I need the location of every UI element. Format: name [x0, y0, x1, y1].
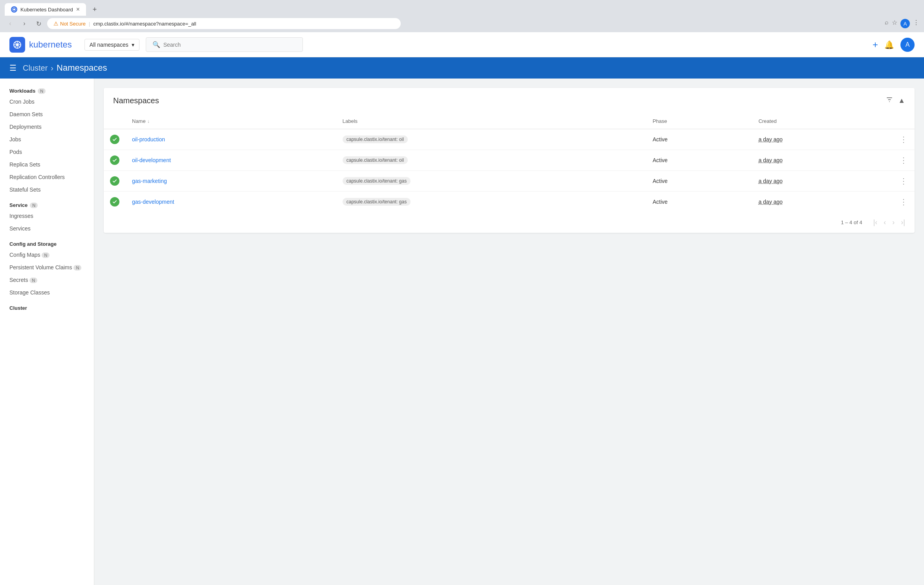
tab-favicon [11, 6, 17, 13]
namespace-dropdown-icon: ▾ [132, 42, 134, 48]
sidebar-item-daemon-sets[interactable]: Daemon Sets [0, 108, 94, 121]
address-bar: ‹ › ↻ ⚠ Not Secure | cmp.clastix.io/#/na… [0, 16, 924, 32]
service-label: Service [9, 202, 28, 208]
sidebar-item-replication-controllers[interactable]: Replication Controllers [0, 171, 94, 183]
namespace-value: All namespaces [90, 42, 128, 48]
search-input[interactable] [163, 42, 296, 48]
sidebar-item-stateful-sets[interactable]: Stateful Sets [0, 183, 94, 196]
reload-button[interactable]: ↻ [33, 18, 44, 29]
sidebar-item-secrets[interactable]: Secrets N [0, 274, 94, 286]
sidebar-item-cron-jobs[interactable]: Cron Jobs [0, 95, 94, 108]
browser-menu-icon[interactable]: ⋮ [913, 19, 919, 28]
row-name-cell: oil-production [126, 129, 336, 150]
row-name-cell: oil-development [126, 150, 336, 171]
browser-user-avatar[interactable]: A [900, 19, 910, 28]
warning-triangle-icon: ⚠ [53, 20, 59, 27]
row-actions-cell: ⋮ [893, 150, 915, 171]
row-menu-button[interactable]: ⋮ [900, 197, 908, 206]
sidebar-item-persistent-volume-claims[interactable]: Persistent Volume Claims N [0, 261, 94, 274]
search-icon: 🔍 [152, 41, 160, 48]
new-tab-button[interactable]: + [89, 4, 100, 15]
sidebar-item-services[interactable]: Services [0, 222, 94, 235]
th-actions [893, 113, 915, 129]
svg-point-2 [16, 44, 18, 46]
sidebar-section-workloads: Workloads N [0, 85, 94, 95]
notifications-button[interactable]: 🔔 [884, 40, 894, 49]
row-created-cell: a day ago [752, 171, 893, 192]
table-row: oil-development capsule.clastix.io/tenan… [104, 150, 915, 171]
tab-title: Kubernetes Dashboard [20, 7, 73, 13]
menu-hamburger-icon[interactable]: ☰ [9, 63, 16, 73]
user-avatar[interactable]: A [900, 38, 915, 52]
cluster-label: Cluster [9, 305, 27, 311]
sidebar-item-ingresses[interactable]: Ingresses [0, 210, 94, 222]
browser-toolbar: ⌕ ☆ A ⋮ [885, 19, 919, 28]
table-row: gas-development capsule.clastix.io/tenan… [104, 192, 915, 212]
status-icon [110, 176, 119, 186]
sidebar-section-config-storage: Config and Storage [0, 238, 94, 249]
filter-icon[interactable] [886, 96, 893, 106]
status-icon [110, 155, 119, 165]
status-icon [110, 135, 119, 144]
collapse-icon[interactable]: ▲ [898, 97, 905, 105]
service-badge: N [30, 203, 38, 208]
row-actions-cell: ⋮ [893, 171, 915, 192]
sidebar-item-replica-sets[interactable]: Replica Sets [0, 158, 94, 171]
namespace-link[interactable]: oil-development [132, 157, 171, 163]
th-name[interactable]: Name ↓ [126, 113, 336, 129]
row-menu-button[interactable]: ⋮ [900, 135, 908, 144]
pvc-badge: N [73, 265, 81, 271]
row-labels-cell: capsule.clastix.io/tenant: gas [336, 192, 646, 212]
label-chip: capsule.clastix.io/tenant: oil [343, 135, 408, 143]
pagination-info: 1 – 4 of 4 [841, 219, 862, 225]
forward-button[interactable]: › [19, 18, 30, 29]
label-chip: capsule.clastix.io/tenant: oil [343, 156, 408, 164]
row-menu-button[interactable]: ⋮ [900, 156, 908, 165]
namespaces-table: Name ↓ Labels Phase Created [104, 113, 915, 212]
row-actions-cell: ⋮ [893, 129, 915, 150]
browser-tab[interactable]: Kubernetes Dashboard × [5, 3, 86, 16]
pagination-next-button[interactable]: › [891, 217, 896, 228]
table-header-row: Name ↓ Labels Phase Created [104, 113, 915, 129]
row-name-cell: gas-marketing [126, 171, 336, 192]
row-labels-cell: capsule.clastix.io/tenant: gas [336, 171, 646, 192]
sidebar-section-service: Service N [0, 199, 94, 210]
namespace-selector[interactable]: All namespaces ▾ [84, 39, 139, 51]
browser-search-icon[interactable]: ⌕ [885, 19, 889, 28]
pagination-last-button[interactable]: ›| [899, 217, 907, 228]
browser-star-icon[interactable]: ☆ [892, 19, 897, 28]
sidebar-item-deployments[interactable]: Deployments [0, 121, 94, 133]
th-status [104, 113, 126, 129]
url-bar[interactable]: ⚠ Not Secure | cmp.clastix.io/#/namespac… [47, 18, 401, 29]
back-button[interactable]: ‹ [5, 18, 16, 29]
status-icon [110, 197, 119, 207]
created-timestamp: a day ago [759, 157, 783, 163]
pagination-prev-button[interactable]: ‹ [882, 217, 887, 228]
kubernetes-logo-text: kubernetes [29, 40, 72, 50]
row-status-cell [104, 129, 126, 150]
security-warning: ⚠ Not Secure [53, 20, 86, 27]
sidebar-item-config-maps[interactable]: Config Maps N [0, 249, 94, 261]
sidebar-item-pods[interactable]: Pods [0, 146, 94, 158]
namespace-link[interactable]: gas-development [132, 199, 174, 205]
th-phase: Phase [646, 113, 752, 129]
card-title: Namespaces [113, 96, 159, 105]
sidebar-item-jobs[interactable]: Jobs [0, 133, 94, 146]
pagination-first-button[interactable]: |‹ [872, 217, 879, 228]
app-header: kubernetes All namespaces ▾ 🔍 + 🔔 A [0, 32, 924, 57]
search-box[interactable]: 🔍 [146, 37, 303, 52]
namespace-link[interactable]: gas-marketing [132, 178, 167, 184]
browser-chrome: Kubernetes Dashboard × + ‹ › ↻ ⚠ Not Sec… [0, 0, 924, 32]
add-button[interactable]: + [873, 39, 878, 50]
row-name-cell: gas-development [126, 192, 336, 212]
kubernetes-logo: kubernetes [9, 37, 72, 53]
created-timestamp: a day ago [759, 199, 783, 205]
row-menu-button[interactable]: ⋮ [900, 177, 908, 185]
row-status-cell [104, 192, 126, 212]
sidebar-item-storage-classes[interactable]: Storage Classes [0, 286, 94, 299]
row-labels-cell: capsule.clastix.io/tenant: oil [336, 150, 646, 171]
th-labels: Labels [336, 113, 646, 129]
namespace-link[interactable]: oil-production [132, 136, 165, 143]
breadcrumb-parent[interactable]: Cluster [23, 64, 48, 73]
tab-close-btn[interactable]: × [76, 6, 80, 13]
